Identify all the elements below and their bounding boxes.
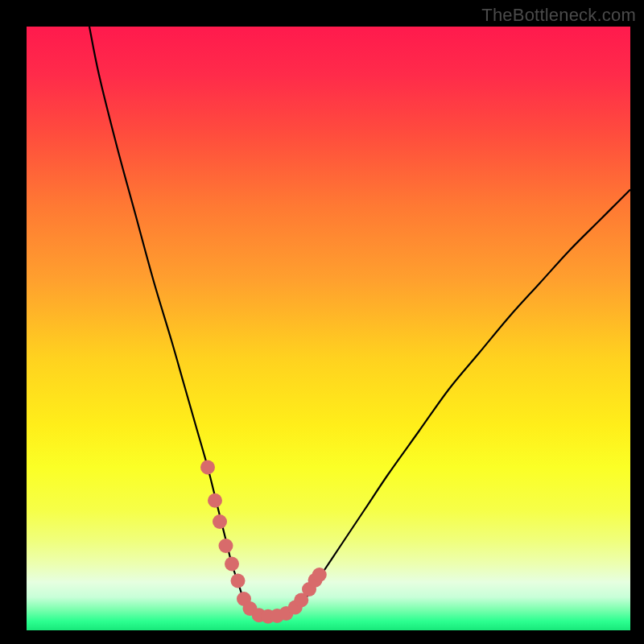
highlight-dot xyxy=(213,514,227,529)
highlight-dot xyxy=(219,539,233,553)
highlight-dot xyxy=(200,460,215,475)
highlight-dot xyxy=(225,557,239,572)
chart-background xyxy=(27,27,630,630)
bottleneck-chart xyxy=(27,27,630,630)
highlight-dot xyxy=(312,568,327,582)
highlight-dot xyxy=(231,574,246,588)
watermark-text: TheBottleneck.com xyxy=(481,5,636,26)
highlight-dot xyxy=(208,493,222,508)
